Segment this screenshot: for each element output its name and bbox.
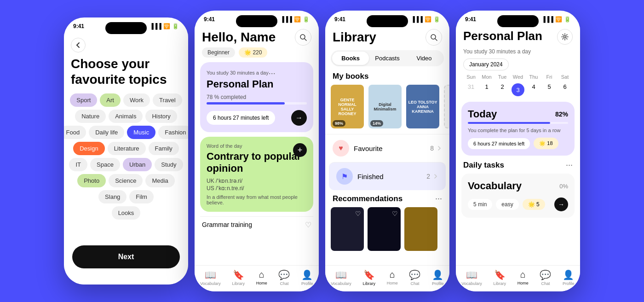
nav-home-2[interactable]: ⌂ Home (256, 269, 267, 286)
rec-book-1-heart[interactable]: ♡ (355, 210, 361, 217)
topic-study[interactable]: Study (155, 158, 183, 171)
recommendations-more-button[interactable]: ··· (435, 194, 442, 203)
topic-science[interactable]: Science (109, 174, 143, 187)
recommendations-title: Recommendations (333, 194, 435, 203)
tab-video[interactable]: Video (406, 52, 443, 65)
finished-row[interactable]: ⚑ Finished 2 (329, 162, 446, 190)
grammar-heart-icon[interactable]: ♡ (305, 221, 311, 229)
favourite-count: 8 (430, 145, 434, 152)
nav-vocabulary-3[interactable]: 📖 Vocabulary (331, 269, 351, 286)
task-arrow-button[interactable]: → (554, 197, 568, 211)
rec-book-3[interactable] (404, 207, 437, 251)
nav-vocabulary-2[interactable]: 📖 Vocabulary (200, 269, 221, 286)
home-icon-3: ⌂ (390, 269, 395, 280)
phone4-content: Personal Plan You study 30 minutes a day… (456, 23, 580, 291)
books-scroll: GENTE NORMAL SALLY ROONEY 98% Digital Mi… (325, 85, 449, 134)
nav-vocabulary-4[interactable]: 📖 Vocabulary (461, 269, 482, 286)
today-label: Today (468, 108, 497, 120)
profile-icon-4: 👤 (563, 269, 574, 280)
nav-home-4[interactable]: ⌂ Home (518, 269, 529, 286)
topic-art[interactable]: Art (100, 93, 121, 107)
dynamic-island-2 (236, 15, 277, 27)
topic-fashion[interactable]: Fashion (158, 126, 188, 139)
phone-personal-plan: 9:41 ▐▐▐ 🛜 🔋 Personal Plan You study 30 … (456, 11, 580, 291)
topic-looks[interactable]: Looks (112, 206, 141, 220)
topic-row-2: Nature Animals History (75, 110, 177, 123)
topic-row-7: Slang Film (98, 190, 154, 203)
tab-books[interactable]: Books (332, 52, 369, 65)
plan-progress-bar-bg (207, 102, 307, 105)
phone2-content: Hello, Name Beginner 🌟 220 You study 30 … (195, 23, 319, 291)
book-3[interactable]: LEO TOLSTOY ANNA KARENINA (406, 85, 439, 128)
book-2[interactable]: Digital Minimalism 14% (368, 85, 402, 128)
status-icons-3: ▐▐▐ 🛜 🔋 (411, 16, 440, 23)
signal-icon-2: ▐▐▐ (280, 16, 292, 23)
next-button[interactable]: Next (72, 245, 180, 268)
nav-library-3[interactable]: 🔖 Library (363, 269, 376, 286)
cal-date-3-today[interactable]: 3 (510, 81, 526, 98)
topic-food[interactable]: Food (64, 126, 86, 139)
topic-it[interactable]: IT (69, 158, 87, 171)
nav-profile-4[interactable]: 👤 Profile (563, 269, 575, 286)
nav-library-2[interactable]: 🔖 Library (232, 269, 245, 286)
cal-date-4[interactable]: 4 (526, 81, 541, 98)
plan-time-row: 6 hours 27 minutes left → (207, 110, 307, 126)
topic-media[interactable]: Media (145, 174, 174, 187)
search-button-2[interactable] (295, 29, 311, 46)
favourite-row[interactable]: ♥ Favourite 8 (325, 134, 449, 162)
settings-button[interactable] (557, 29, 573, 45)
nav-label-home-2: Home (256, 281, 267, 285)
word-add-button[interactable]: + (293, 143, 307, 157)
nav-library-4[interactable]: 🔖 Library (494, 269, 506, 286)
nav-profile-2[interactable]: 👤 Profile (301, 269, 313, 286)
topic-music[interactable]: Music (127, 126, 155, 139)
rec-book-1[interactable]: ♡ (331, 207, 364, 251)
task-meta-row: 5 min easy 🌟 5 → (468, 197, 568, 211)
today-header: Today 82% (468, 108, 568, 120)
status-icons-1: ▐▐▐ 🛜 🔋 (150, 23, 179, 29)
tab-podcasts[interactable]: Podcasts (369, 52, 406, 65)
library-search-button[interactable] (426, 29, 442, 46)
topic-animals[interactable]: Animals (109, 110, 143, 123)
today-time-left[interactable]: 6 hours 27 minutes left (468, 138, 530, 149)
badge-level: Beginner (202, 47, 235, 58)
dynamic-island-4 (497, 15, 539, 27)
cal-date-6[interactable]: 6 (557, 81, 573, 98)
nav-profile-3[interactable]: 👤 Profile (432, 269, 444, 286)
cal-date-5[interactable]: 5 (541, 81, 557, 98)
nav-chat-2[interactable]: 💬 Chat (278, 269, 290, 286)
word-definition: In a different way from what most people… (207, 194, 307, 205)
topic-literature[interactable]: Literature (108, 142, 146, 155)
topic-slang[interactable]: Slang (98, 190, 126, 203)
cal-date-2[interactable]: 2 (494, 81, 510, 98)
plan-time-left[interactable]: 6 hours 27 minutes left (207, 111, 275, 125)
nav-home-3[interactable]: ⌂ Home (387, 269, 398, 286)
rec-book-2[interactable]: ♡ (368, 207, 401, 251)
topic-film[interactable]: Film (129, 190, 154, 203)
topic-family[interactable]: Family (149, 142, 179, 155)
book-add[interactable]: + (444, 85, 449, 128)
svg-line-1 (305, 39, 306, 41)
plan-more-button[interactable]: ··· (269, 69, 276, 78)
topic-history[interactable]: History (145, 110, 177, 123)
cal-date-1[interactable]: 1 (479, 81, 494, 98)
topic-space[interactable]: Space (90, 158, 120, 171)
nav-chat-3[interactable]: 💬 Chat (409, 269, 420, 286)
recommendations-header: Recommendations ··· (325, 190, 449, 207)
rec-book-2-heart[interactable]: ♡ (392, 210, 398, 217)
topic-travel[interactable]: Travel (153, 93, 182, 107)
topic-daily-life[interactable]: Daily life (89, 126, 124, 139)
topic-photo[interactable]: Photo (77, 174, 106, 187)
plan-arrow-button[interactable]: → (291, 110, 307, 126)
month-button[interactable]: January 2024 (463, 58, 509, 70)
topic-design[interactable]: Design (73, 142, 104, 155)
back-button[interactable] (71, 38, 86, 52)
nav-chat-4[interactable]: 💬 Chat (540, 269, 551, 286)
book-1[interactable]: GENTE NORMAL SALLY ROONEY 98% (331, 85, 364, 128)
daily-tasks-more-button[interactable]: ··· (566, 160, 573, 170)
topic-sport[interactable]: Sport (70, 93, 97, 107)
topic-urban[interactable]: Urban (123, 158, 152, 171)
topic-work[interactable]: Work (123, 93, 150, 107)
cal-date-31[interactable]: 31 (463, 81, 479, 98)
topic-nature[interactable]: Nature (75, 110, 106, 123)
